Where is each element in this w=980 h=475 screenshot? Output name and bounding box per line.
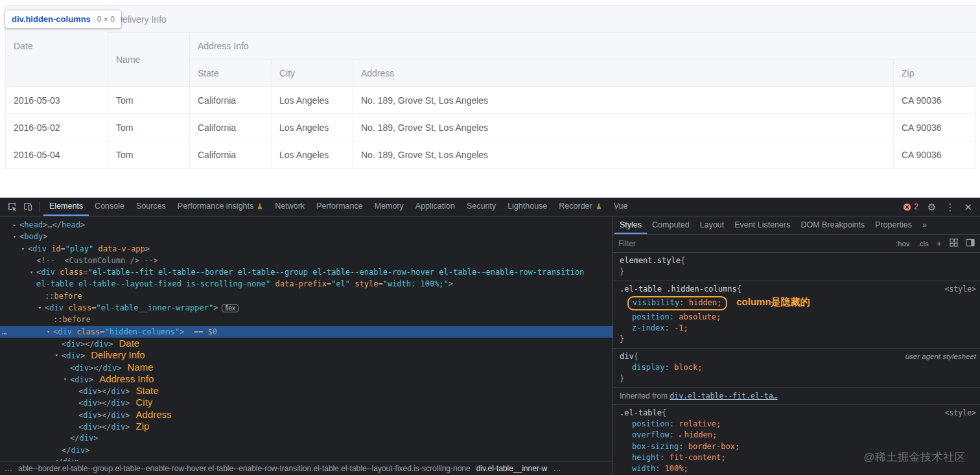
node-pseudo-before-1[interactable]: ::before bbox=[0, 290, 612, 302]
style-rule-selector[interactable]: div bbox=[620, 351, 634, 362]
device-toolbar-icon[interactable] bbox=[21, 200, 35, 214]
devtools-panel: ElementsConsoleSourcesPerformance insigh… bbox=[0, 198, 980, 475]
property-name: height bbox=[632, 453, 660, 462]
colon: : bbox=[670, 312, 679, 321]
devtools-tab-security[interactable]: Security bbox=[461, 198, 502, 216]
devtools-tab-memory[interactable]: Memory bbox=[369, 198, 410, 216]
node-close-hidden-columns[interactable]: </div> bbox=[0, 456, 612, 461]
devtools-tab-recorder[interactable]: Recorder bbox=[553, 198, 607, 216]
stylesheet-link[interactable]: <style> bbox=[940, 284, 976, 295]
style-rule-selector[interactable]: .el-table .hidden-columns bbox=[620, 284, 737, 295]
css-property[interactable]: position: relative; bbox=[620, 419, 976, 430]
node-hidden-columns[interactable]: …▾<div class="hidden-columns"> == $0 bbox=[0, 326, 612, 338]
devtools-tab-performance-insights[interactable]: Performance insights bbox=[172, 198, 269, 216]
style-rule-selector[interactable]: element.style bbox=[620, 255, 681, 266]
devtools-tab-sources[interactable]: Sources bbox=[130, 198, 172, 216]
token-an: Address bbox=[136, 409, 172, 420]
property-value: hidden; bbox=[689, 298, 722, 307]
cell-address: No. 189, Grove St, Los Angeles bbox=[353, 141, 894, 168]
node-pseudo-before-2[interactable]: ::before bbox=[0, 314, 612, 325]
chevron-down-icon[interactable]: ▾ bbox=[19, 243, 27, 255]
error-count: 2 bbox=[914, 202, 918, 211]
token-p: > bbox=[125, 387, 130, 396]
pseudo-state-button[interactable]: :hov bbox=[896, 240, 910, 248]
node-el-table[interactable]: ▾<div class="el-table--fit el-table--bor… bbox=[0, 266, 612, 278]
tab-layout[interactable]: Layout bbox=[695, 216, 730, 234]
devtools-tab-lighthouse[interactable]: Lighthouse bbox=[502, 198, 553, 216]
tab-label: Security bbox=[467, 202, 496, 211]
shorthand-expand-icon[interactable]: ▸ bbox=[679, 432, 682, 439]
chevron-down-icon[interactable]: ▾ bbox=[11, 231, 18, 242]
node-close-address-info[interactable]: </div> bbox=[0, 432, 612, 444]
token-p: > bbox=[93, 434, 98, 443]
devtools-tab-application[interactable]: Application bbox=[410, 198, 461, 216]
css-property[interactable]: position: absolute; bbox=[620, 312, 976, 323]
settings-icon[interactable]: ⚙ bbox=[928, 202, 936, 212]
node-comment[interactable]: <!-- <CustomColumn /> --> bbox=[0, 255, 612, 266]
stylesheet-link[interactable]: <style> bbox=[940, 408, 976, 419]
breadcrumb-overflow[interactable]: … bbox=[5, 464, 12, 473]
devtools-tab-elements[interactable]: Elements bbox=[43, 198, 89, 216]
styles-filter-input[interactable]: Filter bbox=[618, 239, 636, 248]
more-options-icon[interactable]: ⋮ bbox=[945, 202, 955, 212]
style-rule: element.style {} bbox=[613, 253, 980, 281]
class-toggle-button[interactable]: .cls bbox=[918, 240, 929, 248]
more-actions-indicator[interactable]: … bbox=[2, 326, 6, 338]
token-p: > bbox=[449, 279, 453, 288]
node-col-address[interactable]: <div></div>Address bbox=[0, 409, 612, 421]
node-col-city[interactable]: <div></div>City bbox=[0, 397, 612, 408]
node-col-state[interactable]: <div></div>State bbox=[0, 385, 612, 397]
devtools-tab-performance[interactable]: Performance bbox=[310, 198, 369, 216]
inspect-element-icon[interactable] bbox=[5, 200, 19, 214]
token-ps: ::before bbox=[45, 292, 82, 301]
css-property[interactable]: display: block; bbox=[620, 362, 976, 373]
close-devtools-icon[interactable]: ✕ bbox=[964, 202, 972, 212]
inherited-from-link[interactable]: div.el-table--fit.el-ta… bbox=[670, 391, 777, 400]
node-col-date[interactable]: <div></div>Date bbox=[0, 338, 612, 349]
computed-sidebar-toggle-icon[interactable] bbox=[966, 238, 975, 248]
chevron-right-icon[interactable]: ▸ bbox=[11, 219, 18, 231]
more-tabs-icon[interactable]: » bbox=[917, 216, 932, 234]
grid-editor-icon[interactable] bbox=[950, 238, 958, 248]
node-col-name[interactable]: <div></div>Name bbox=[0, 362, 612, 373]
new-style-rule-button[interactable]: + bbox=[937, 238, 942, 249]
cell-state: California bbox=[190, 114, 272, 141]
breadcrumb-overflow[interactable]: … bbox=[554, 464, 561, 473]
tab-label: Layout bbox=[700, 220, 725, 229]
node-inner-wrapper[interactable]: ▾<div class="el-table__inner-wrapper">fl… bbox=[0, 302, 612, 314]
node-body[interactable]: ▾<body> bbox=[0, 231, 612, 242]
node-col-zip[interactable]: <div></div>Zip bbox=[0, 421, 612, 432]
css-property[interactable]: width: 100%; bbox=[620, 463, 976, 474]
devtools-tab-vue[interactable]: Vue bbox=[608, 198, 634, 216]
style-rule-selector[interactable]: .el-table bbox=[620, 408, 662, 419]
tab-dom-breakpoints[interactable]: DOM Breakpoints bbox=[795, 216, 870, 234]
devtools-tab-console[interactable]: Console bbox=[89, 198, 130, 216]
colon: : bbox=[670, 430, 679, 439]
chevron-down-icon[interactable]: ▾ bbox=[62, 373, 69, 385]
node-col-delivery[interactable]: ▾<div>Delivery Info bbox=[0, 349, 612, 361]
css-property[interactable]: visibility: hidden;column是隐藏的 bbox=[620, 295, 976, 312]
token-p: > bbox=[108, 340, 113, 349]
devtools-tab-network[interactable]: Network bbox=[269, 198, 310, 216]
console-error-badge[interactable]: 2 bbox=[903, 202, 918, 211]
token-p: > bbox=[80, 351, 85, 360]
cell-name: Tom bbox=[108, 141, 190, 168]
chevron-down-icon[interactable]: ▾ bbox=[45, 326, 52, 338]
token-a: class bbox=[64, 303, 91, 312]
chevron-down-icon[interactable]: ▾ bbox=[36, 302, 43, 314]
chevron-down-icon[interactable]: ▾ bbox=[28, 266, 35, 278]
tab-event-listeners[interactable]: Event Listeners bbox=[729, 216, 795, 234]
tab-properties[interactable]: Properties bbox=[870, 216, 917, 234]
breadcrumb-item[interactable]: able--border.el-table--group.el-table--e… bbox=[18, 464, 471, 473]
node-col-address-info[interactable]: ▾<div>Address Info bbox=[0, 373, 612, 385]
node-head[interactable]: ▸<head>…</head> bbox=[0, 219, 612, 231]
node-el-table-wrap[interactable]: el-table el-table--layout-fixed is-scrol… bbox=[0, 278, 612, 290]
tab-styles[interactable]: Styles bbox=[614, 216, 647, 234]
chevron-down-icon[interactable]: ▾ bbox=[53, 349, 60, 361]
node-div-play[interactable]: ▾<div id="play" data-v-app> bbox=[0, 243, 612, 255]
breadcrumb-item[interactable]: div.el-table__inner-w bbox=[476, 464, 548, 473]
css-property[interactable]: overflow: ▸hidden; bbox=[620, 430, 976, 441]
css-property[interactable]: z-index: -1; bbox=[620, 323, 976, 334]
node-close-delivery[interactable]: </div> bbox=[0, 445, 612, 456]
tab-computed[interactable]: Computed bbox=[647, 216, 695, 234]
